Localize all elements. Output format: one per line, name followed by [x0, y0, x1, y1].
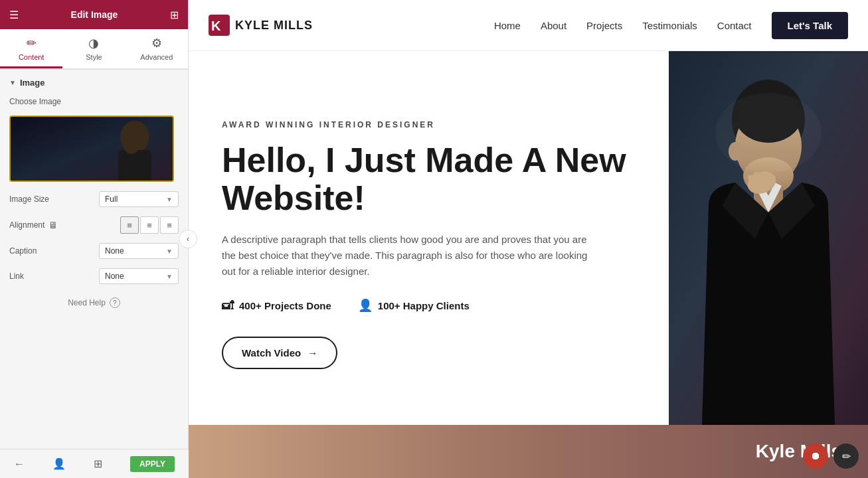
watch-video-button[interactable]: Watch Video →	[222, 337, 337, 369]
content-tab-icon: ✏	[27, 36, 37, 50]
hero-image	[669, 51, 868, 425]
alignment-buttons: ≡ ≡ ≡	[120, 216, 179, 234]
section-label: Image	[20, 78, 45, 88]
svg-rect-2	[118, 150, 151, 182]
choose-image-label: Choose Image	[9, 97, 61, 106]
svg-point-3	[125, 143, 138, 154]
sidebar: ☰ Edit Image ⊞ ✏ Content ◑ Style ⚙ Advan…	[0, 0, 189, 478]
alignment-row: Alignment 🖥 ≡ ≡ ≡	[9, 216, 179, 234]
edit-button[interactable]: ✏	[833, 443, 859, 469]
style-tab-label: Style	[86, 53, 102, 61]
grid-icon[interactable]: ⊞	[170, 9, 179, 21]
tab-advanced[interactable]: ⚙ Advanced	[126, 29, 188, 68]
image-size-arrow: ▼	[166, 196, 173, 203]
nav-link-projects[interactable]: Projects	[586, 20, 622, 31]
nav-link-about[interactable]: About	[541, 20, 566, 31]
hero-subtitle: AWARD WINNING INTERIOR DESIGNER	[222, 120, 636, 129]
tab-content[interactable]: ✏ Content	[0, 29, 62, 68]
image-size-select[interactable]: Full ▼	[99, 191, 179, 207]
nav-bar: K KYLE MILLS Home About Projects Testimo…	[189, 0, 868, 51]
hero-left: AWARD WINNING INTERIOR DESIGNER Hello, I…	[189, 51, 669, 425]
image-size-label: Image Size	[9, 195, 49, 204]
hero-section: AWARD WINNING INTERIOR DESIGNER Hello, I…	[189, 51, 868, 425]
stat-projects-label: 400+ Projects Done	[239, 300, 331, 311]
align-center-btn[interactable]: ≡	[140, 216, 159, 234]
hero-person-svg	[669, 51, 868, 425]
tab-style[interactable]: ◑ Style	[62, 29, 125, 68]
back-icon[interactable]: ←	[14, 458, 25, 470]
stat-clients: 👤 100+ Happy Clients	[358, 298, 470, 313]
nav-link-home[interactable]: Home	[494, 20, 521, 31]
caption-value: None	[105, 246, 124, 256]
link-value: None	[105, 272, 124, 281]
sidebar-bottom-bar: ← 👤 ⊞ APPLY	[0, 449, 189, 478]
nav-link-contact[interactable]: Contact	[717, 20, 752, 31]
advanced-tab-icon: ⚙	[151, 36, 162, 50]
svg-text:K: K	[211, 19, 221, 33]
link-row: Link None ▼	[9, 268, 179, 284]
caption-label: Caption	[9, 246, 37, 256]
image-preview[interactable]	[9, 116, 174, 182]
need-help-text: Need Help	[68, 298, 106, 307]
grid-small-icon[interactable]: ⊞	[94, 457, 102, 470]
image-size-value: Full	[105, 195, 118, 204]
bottom-toolbar: ⏺ ✏	[803, 443, 859, 469]
bottom-strip: Kyle Mills	[189, 425, 868, 478]
record-icon: ⏺	[810, 450, 821, 462]
person-stat-icon: 👤	[358, 298, 373, 313]
caption-select[interactable]: None ▼	[99, 243, 179, 259]
monitor-icon: 🖥	[48, 220, 58, 230]
hero-stats: 🛋 400+ Projects Done 👤 100+ Happy Client…	[222, 298, 636, 313]
nav-logo: K KYLE MILLS	[209, 15, 313, 36]
sofa-icon: 🛋	[222, 299, 234, 313]
advanced-tab-label: Advanced	[140, 53, 173, 61]
help-icon: ?	[110, 297, 120, 308]
sidebar-tabs: ✏ Content ◑ Style ⚙ Advanced	[0, 29, 188, 70]
apply-button[interactable]: APPLY	[130, 456, 175, 472]
need-help[interactable]: Need Help ?	[9, 297, 179, 308]
caption-arrow: ▼	[166, 248, 173, 255]
nav-links: Home About Projects Testimonials Contact…	[494, 12, 848, 39]
record-button[interactable]: ⏺	[803, 443, 828, 469]
image-section-header[interactable]: ▼ Image	[9, 78, 179, 88]
hero-title: Hello, I Just Made A New Website!	[222, 141, 636, 217]
nav-cta-button[interactable]: Let's Talk	[772, 12, 848, 39]
style-tab-icon: ◑	[88, 36, 99, 50]
svg-point-16	[715, 93, 822, 173]
edit-pencil-icon: ✏	[842, 450, 851, 463]
sidebar-header: ☰ Edit Image ⊞	[0, 0, 188, 29]
image-size-row: Image Size Full ▼	[9, 191, 179, 207]
align-right-btn[interactable]: ≡	[160, 216, 179, 234]
main-content: K KYLE MILLS Home About Projects Testimo…	[189, 0, 868, 478]
alignment-label-group: Alignment 🖥	[9, 220, 58, 230]
sidebar-title: Edit Image	[71, 9, 118, 20]
choose-image-field: Choose Image	[9, 97, 179, 106]
hero-description: A descriptive paragraph that tells clien…	[222, 232, 594, 279]
sidebar-collapse-btn[interactable]: ‹	[179, 230, 197, 248]
link-select[interactable]: None ▼	[99, 268, 179, 284]
content-tab-label: Content	[19, 53, 44, 61]
link-arrow: ▼	[166, 273, 173, 280]
watch-video-label: Watch Video	[242, 347, 301, 358]
hamburger-icon[interactable]: ☰	[9, 9, 19, 21]
link-label: Link	[9, 272, 24, 281]
nav-link-testimonials[interactable]: Testimonials	[642, 20, 697, 31]
section-collapse-arrow: ▼	[9, 79, 16, 86]
logo-svg: K	[209, 15, 230, 36]
stat-clients-label: 100+ Happy Clients	[378, 300, 470, 311]
preview-svg	[11, 117, 173, 182]
align-left-btn[interactable]: ≡	[120, 216, 139, 234]
stat-projects: 🛋 400+ Projects Done	[222, 298, 331, 313]
watch-video-arrow: →	[307, 347, 317, 358]
logo-text: KYLE MILLS	[235, 19, 313, 33]
sidebar-content: ▼ Image Choose Image	[0, 70, 188, 478]
alignment-label: Alignment	[9, 220, 44, 230]
person-icon[interactable]: 👤	[52, 457, 66, 470]
image-preview-bg	[11, 117, 173, 181]
caption-row: Caption None ▼	[9, 243, 179, 259]
